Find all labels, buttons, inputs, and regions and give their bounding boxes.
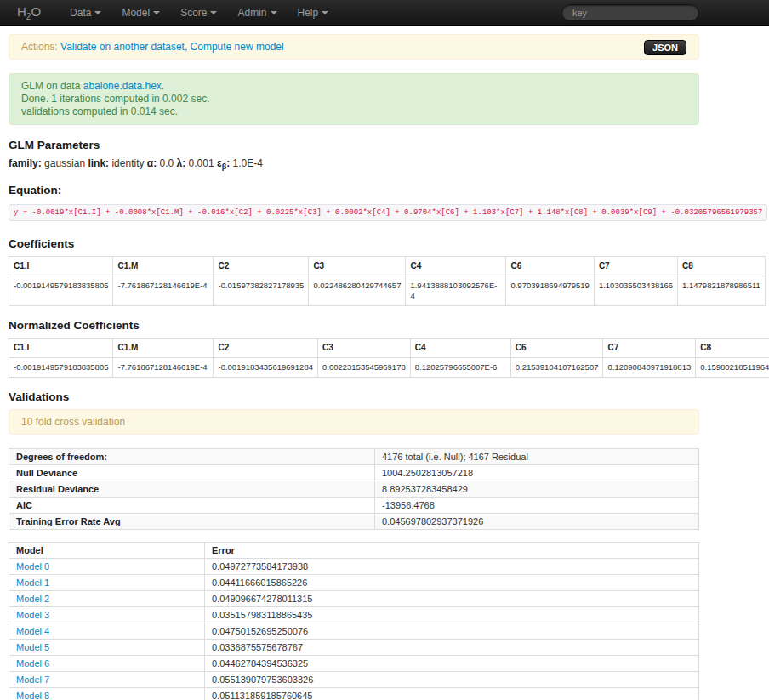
normalized-coefficients-heading: Normalized Coefficients xyxy=(9,319,760,332)
main-content: JSON Actions: Validate on another datase… xyxy=(0,26,769,700)
chevron-down-icon xyxy=(271,11,277,14)
actions-label: Actions: xyxy=(21,41,58,53)
model-row: Model 30.035157983118865435 xyxy=(9,607,699,623)
coefficients-heading: Coefficients xyxy=(9,237,760,250)
summary-row: Training Error Rate Avg0.045697802937371… xyxy=(9,514,699,530)
actions-bar: JSON Actions: Validate on another datase… xyxy=(9,34,699,60)
model-row: Model 00.04972773584173938 xyxy=(9,559,699,575)
model-4-link[interactable]: Model 4 xyxy=(16,626,49,636)
equation-heading: Equation: xyxy=(9,184,760,196)
status-line-2: Done. 1 iterations computed in 0.002 sec… xyxy=(21,93,686,105)
model-7-link[interactable]: Model 7 xyxy=(16,674,49,685)
normalized-header-row: C1.I C1.M C2 C3 C4 C6 C7 C8 xyxy=(9,339,769,358)
model-row: Model 80.051131859185760645 xyxy=(9,688,699,700)
dataset-link[interactable]: abalone.data.hex xyxy=(83,80,162,92)
nav-menu-admin[interactable]: Admin xyxy=(227,0,287,26)
h2o-logo[interactable]: H2O xyxy=(17,4,41,21)
chevron-down-icon xyxy=(322,11,328,14)
model-1-link[interactable]: Model 1 xyxy=(16,578,49,588)
key-search-input[interactable] xyxy=(561,4,699,21)
chevron-down-icon xyxy=(153,11,160,14)
model-row: Model 10.04411666015865226 xyxy=(9,575,699,591)
logo-o: O xyxy=(31,4,41,19)
glm-parameters-line: family: gaussian link: identity α: 0.0 λ… xyxy=(9,157,760,171)
models-header-row: Model Error xyxy=(9,543,699,559)
summary-row: Degrees of freedom:4176 total (i.e. Null… xyxy=(9,449,699,465)
model-8-link[interactable]: Model 8 xyxy=(16,691,49,700)
validations-heading: Validations xyxy=(9,390,760,403)
model-5-link[interactable]: Model 5 xyxy=(16,642,49,652)
model-row: Model 60.04462784394536325 xyxy=(9,656,699,672)
model-3-link[interactable]: Model 3 xyxy=(16,610,49,620)
summary-row: Null Deviance1004.2502813057218 xyxy=(9,465,699,481)
model-6-link[interactable]: Model 6 xyxy=(16,658,49,669)
nav-menu-score[interactable]: Score xyxy=(170,0,227,26)
epsilon-label: εβ: xyxy=(217,157,230,169)
json-button[interactable]: JSON xyxy=(644,40,686,55)
summary-row: Residual Deviance8.892537283458429 xyxy=(9,481,699,498)
nav-menu-help[interactable]: Help xyxy=(288,0,339,26)
coefficients-table: C1.I C1.M C2 C3 C4 C6 C7 C8 -0.001914957… xyxy=(9,256,766,306)
summary-row: AIC-13956.4768 xyxy=(9,498,699,514)
coefficients-value-row: -0.0019149579183835805 -7.76186712814661… xyxy=(9,276,766,306)
normalized-value-row: -0.0019149579183835805 -7.76186712814661… xyxy=(9,358,769,378)
equation-code: y = -0.0019*x[C1.I] + -0.0008*x[C1.M] + … xyxy=(9,204,767,221)
validation-summary-table: Degrees of freedom:4176 total (i.e. Null… xyxy=(9,448,699,530)
normalized-coefficients-table: C1.I C1.M C2 C3 C4 C6 C7 C8 -0.001914957… xyxy=(9,338,769,378)
model-row: Model 70.055139079753603326 xyxy=(9,672,699,688)
model-2-link[interactable]: Model 2 xyxy=(16,594,49,604)
nav-menu-model[interactable]: Model xyxy=(111,0,170,26)
cross-validation-models-table: Model Error Model 00.04972773584173938 M… xyxy=(9,542,699,700)
coefficients-header-row: C1.I C1.M C2 C3 C4 C6 C7 C8 xyxy=(9,257,766,276)
status-box: GLM on data abalone.data.hex. Done. 1 it… xyxy=(9,73,699,125)
nav-menu-data[interactable]: Data xyxy=(60,0,111,26)
status-line-1: GLM on data abalone.data.hex. xyxy=(21,80,686,93)
glm-parameters-heading: GLM Parameters xyxy=(9,139,760,151)
logo-h: H xyxy=(17,4,26,19)
model-0-link[interactable]: Model 0 xyxy=(16,561,49,572)
chevron-down-icon xyxy=(210,11,217,14)
chevron-down-icon xyxy=(94,11,101,14)
link-separator: , xyxy=(185,41,191,53)
model-row: Model 50.0336875575678767 xyxy=(9,640,699,656)
validations-note: 10 fold cross validation xyxy=(9,409,699,435)
model-row: Model 40.04750152695250076 xyxy=(9,623,699,640)
status-line-3: validations computed in 0.014 sec. xyxy=(21,105,686,118)
compute-new-model-link[interactable]: Compute new model xyxy=(191,41,284,53)
top-navbar: H2O Data Model Score Admin Help xyxy=(0,0,769,26)
model-row: Model 20.049096674278011315 xyxy=(9,591,699,607)
validate-dataset-link[interactable]: Validate on another dataset xyxy=(60,41,185,53)
